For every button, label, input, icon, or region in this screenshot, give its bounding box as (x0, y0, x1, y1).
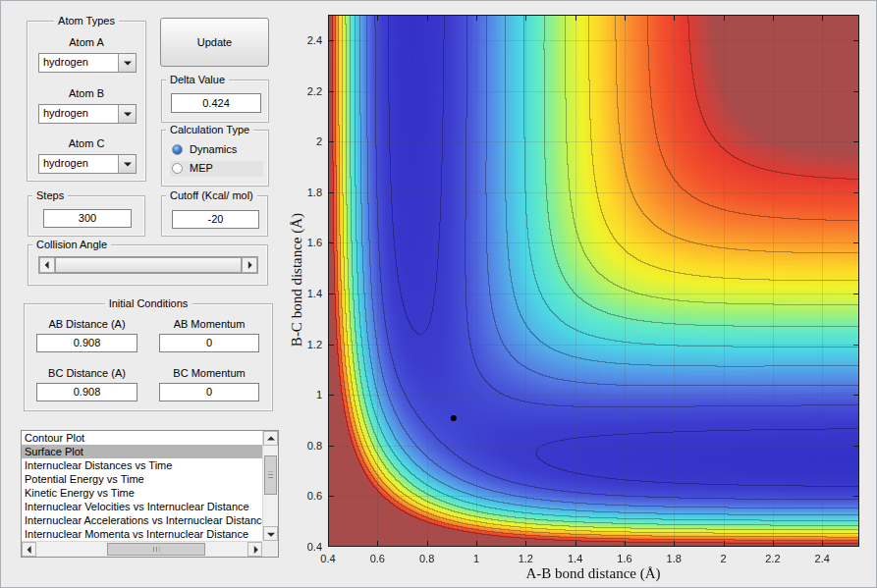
x-tick-label: 1.6 (607, 553, 642, 564)
initial-conditions-panel: Initial Conditions AB Distance (A) AB Mo… (24, 303, 273, 411)
scroll-down-button[interactable] (263, 526, 278, 541)
ab-momentum-label: AB Momentum (159, 318, 259, 330)
y-tick-label: 0.6 (293, 490, 322, 502)
list-item[interactable]: Internuclear Velocities vs Internuclear … (22, 500, 262, 513)
chevron-down-icon (124, 163, 132, 167)
ab-momentum-field[interactable]: 0 (159, 334, 259, 352)
atom-b-value: hydrogen (43, 107, 88, 119)
x-tick-label: 1.2 (508, 553, 543, 564)
list-item[interactable]: Potential Energy vs Time (22, 472, 262, 486)
steps-panel: Steps 300 (27, 195, 145, 237)
grip-icon (153, 547, 160, 552)
bc-momentum-field[interactable]: 0 (159, 383, 259, 401)
x-tick-label: 2 (706, 553, 741, 564)
x-tick-label: 1 (459, 553, 494, 564)
radio-icon (172, 163, 183, 174)
x-tick-label: 2.4 (804, 553, 840, 564)
steps-field[interactable]: 300 (43, 209, 132, 228)
steps-title: Steps (32, 189, 68, 202)
delta-value-title: Delta Value (166, 74, 229, 86)
list-item[interactable]: Surface Plot (22, 445, 262, 458)
atom-b-label: Atom B (27, 87, 145, 99)
x-tick-label: 2.2 (755, 553, 791, 564)
y-tick-label: 0.8 (293, 440, 322, 452)
update-button[interactable]: Update (160, 18, 269, 67)
x-tick-label: 0.6 (359, 553, 395, 564)
dynamics-radio-label: Dynamics (190, 143, 237, 155)
x-axis-label: A-B bond distance (Å) (446, 565, 740, 582)
vertical-scrollbar-thumb[interactable] (264, 455, 277, 495)
y-axis-label: B-C bond distance (Å) (289, 201, 304, 358)
atom-a-dropdown-button[interactable] (118, 54, 136, 72)
slider-left-button[interactable] (39, 257, 55, 273)
dynamics-radio[interactable]: Dynamics (170, 142, 263, 158)
plot-type-list: Contour PlotSurface PlotInternuclear Dis… (22, 431, 262, 541)
arrow-left-icon (45, 261, 49, 269)
horizontal-scrollbar[interactable] (22, 541, 262, 557)
arrow-left-icon (27, 546, 30, 554)
radio-icon (172, 144, 183, 155)
collision-angle-slider[interactable] (38, 256, 258, 274)
vertical-scrollbar[interactable] (262, 431, 278, 541)
reaction-dynamics-window: Atom Types Atom A hydrogen Atom B hydrog… (0, 0, 877, 588)
bc-distance-field[interactable]: 0.908 (36, 383, 137, 401)
y-tick-label: 1.8 (293, 187, 322, 198)
atom-c-dropdown-button[interactable] (118, 155, 136, 173)
list-item[interactable]: Internuclear Distances vs Time (22, 458, 262, 472)
horizontal-scrollbar-thumb[interactable] (107, 543, 205, 556)
list-item[interactable]: Kinetic Energy vs Time (22, 486, 262, 500)
arrow-up-icon (267, 436, 275, 440)
atom-b-dropdown-button[interactable] (118, 105, 136, 123)
x-tick-label: 1.4 (558, 553, 593, 564)
chevron-down-icon (124, 62, 132, 66)
atom-a-label: Atom A (27, 36, 145, 48)
x-tick-label: 1.8 (656, 553, 691, 564)
chevron-down-icon (124, 113, 132, 117)
scroll-up-button[interactable] (263, 431, 278, 446)
collision-angle-panel: Collision Angle (27, 244, 268, 286)
x-tick-label: 0.8 (410, 553, 445, 564)
plot-type-listbox[interactable]: Contour PlotSurface PlotInternuclear Dis… (21, 430, 279, 558)
ab-distance-field[interactable]: 0.908 (36, 334, 137, 352)
list-item[interactable]: Internuclear Accelerations vs Internucle… (22, 513, 262, 527)
cutoff-panel: Cutoff (Kcal/ mol) -20 (161, 195, 268, 237)
delta-value-field[interactable]: 0.424 (171, 93, 261, 113)
atom-types-title: Atom Types (54, 15, 119, 27)
slider-thumb[interactable] (55, 257, 242, 273)
x-tick-label: 0.4 (310, 553, 346, 564)
mep-radio[interactable]: MEP (170, 161, 263, 177)
scroll-left-button[interactable] (22, 542, 36, 557)
cutoff-field[interactable]: -20 (172, 210, 259, 229)
y-tick-label: 0.4 (293, 541, 322, 553)
calculation-type-panel: Calculation Type Dynamics MEP (161, 130, 269, 187)
atom-types-panel: Atom Types Atom A hydrogen Atom B hydrog… (27, 21, 146, 182)
atom-a-value: hydrogen (43, 56, 88, 68)
initial-conditions-title: Initial Conditions (105, 297, 192, 310)
contour-plot-canvas[interactable] (328, 15, 859, 547)
ab-distance-label: AB Distance (A) (36, 318, 137, 330)
cutoff-title: Cutoff (Kcal/ mol) (166, 189, 257, 202)
arrow-down-icon (267, 532, 275, 536)
slider-right-button[interactable] (242, 257, 257, 273)
atom-c-value: hydrogen (43, 157, 88, 169)
y-tick-label: 1 (293, 389, 322, 401)
y-tick-label: 2.4 (293, 34, 322, 46)
bc-distance-label: BC Distance (A) (36, 367, 137, 379)
atom-c-dropdown[interactable]: hydrogen (38, 154, 137, 174)
atom-b-dropdown[interactable]: hydrogen (38, 104, 137, 124)
delta-value-panel: Delta Value 0.424 (161, 80, 269, 123)
arrow-right-icon (248, 261, 252, 269)
calculation-type-title: Calculation Type (166, 124, 253, 136)
arrow-right-icon (253, 546, 257, 554)
collision-angle-title: Collision Angle (32, 239, 111, 251)
list-item[interactable]: Internuclear Momenta vs Internuclear Dis… (22, 527, 262, 541)
list-item[interactable]: Contour Plot (22, 431, 262, 445)
scroll-right-button[interactable] (247, 542, 262, 557)
bc-momentum-label: BC Momentum (159, 367, 259, 379)
y-tick-label: 2.2 (293, 85, 322, 97)
mep-radio-label: MEP (190, 162, 213, 174)
scrollbar-corner (262, 541, 278, 557)
atom-c-label: Atom C (27, 137, 145, 149)
atom-a-dropdown[interactable]: hydrogen (38, 53, 137, 73)
grip-icon (268, 472, 273, 479)
